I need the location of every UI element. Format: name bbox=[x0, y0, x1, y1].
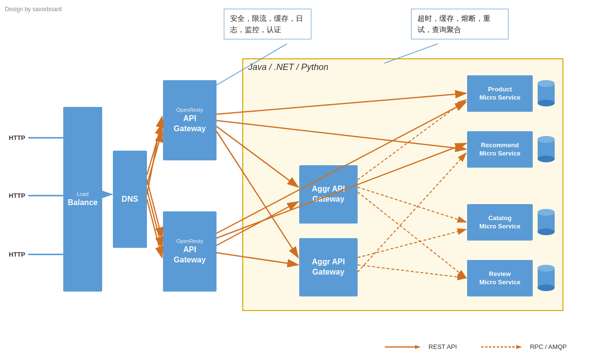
review-micro-service-box: ReviewMicro Service bbox=[467, 260, 533, 296]
legend: REST API RPC / AMQP bbox=[385, 343, 567, 350]
rpc-arrow-icon bbox=[481, 344, 525, 350]
tooltip-timeout: 超时，缓存，熔断，重试，查询聚合 bbox=[411, 9, 508, 39]
api-gateway-2-box: OpenResty APIGateway bbox=[163, 211, 217, 292]
product-db-icon bbox=[538, 79, 555, 108]
svg-line-22 bbox=[147, 131, 162, 185]
svg-line-24 bbox=[147, 117, 162, 194]
svg-point-2 bbox=[538, 100, 555, 106]
svg-line-21 bbox=[147, 180, 162, 238]
svg-point-11 bbox=[538, 209, 555, 216]
catalog-db-icon bbox=[538, 208, 555, 237]
recommend-db-icon bbox=[538, 135, 555, 164]
product-micro-service-box: ProductMicro Service bbox=[467, 75, 533, 112]
svg-line-25 bbox=[147, 199, 162, 258]
svg-line-23 bbox=[147, 190, 162, 248]
svg-line-20 bbox=[147, 124, 162, 175]
http-arrow-1: HTTP bbox=[9, 134, 70, 141]
aggr-api-gateway-2-box: Aggr APIGateway bbox=[299, 238, 358, 296]
recommend-micro-service-box: RecommendMicro Service bbox=[467, 131, 533, 168]
inner-zone-label: Java / .NET / Python bbox=[248, 62, 328, 72]
svg-point-3 bbox=[538, 80, 555, 87]
svg-point-15 bbox=[538, 265, 555, 272]
rest-api-arrow-icon bbox=[385, 344, 424, 350]
tooltip-security: 安全，限流，缓存，日志，监控，认证 bbox=[224, 9, 311, 39]
catalog-micro-service-box: CatalogMicro Service bbox=[467, 204, 533, 241]
svg-point-7 bbox=[538, 136, 555, 143]
aggr-api-gateway-1-box: Aggr APIGateway bbox=[299, 165, 358, 224]
load-balance-box: Load Balance bbox=[63, 107, 102, 292]
svg-point-14 bbox=[538, 284, 555, 291]
rest-api-label: REST API bbox=[429, 343, 457, 350]
svg-marker-43 bbox=[415, 345, 421, 349]
svg-marker-45 bbox=[516, 345, 522, 349]
dns-box: DNS bbox=[113, 151, 147, 248]
svg-point-10 bbox=[538, 228, 555, 235]
legend-rpc: RPC / AMQP bbox=[481, 343, 567, 350]
api-gateway-1-box: OpenResty APIGateway bbox=[163, 80, 217, 160]
rpc-label: RPC / AMQP bbox=[530, 343, 567, 350]
legend-rest-api: REST API bbox=[385, 343, 457, 350]
http-arrow-2: HTTP bbox=[9, 192, 70, 199]
review-db-icon bbox=[538, 263, 555, 293]
watermark: Design by savorboard bbox=[5, 6, 62, 13]
http-arrow-3: HTTP bbox=[9, 251, 70, 258]
svg-point-6 bbox=[538, 156, 555, 162]
